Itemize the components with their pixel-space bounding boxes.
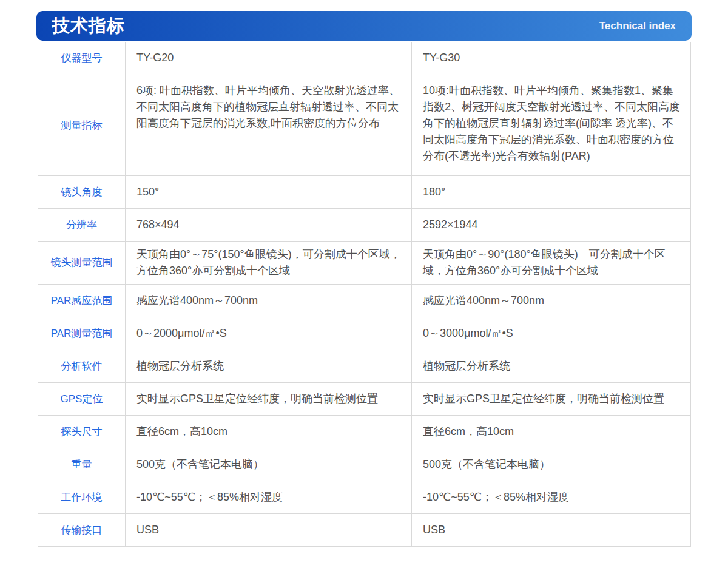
spec-table: 仪器型号 TY-G20 TY-G30 测量指标 6项: 叶面积指数、叶片平均倾角…: [38, 42, 691, 547]
row-label: PAR测量范围: [38, 317, 126, 350]
g20-value: 6项: 叶面积指数、叶片平均倾角、天空散射光透过率、不同太阳高度角下的植物冠层直…: [126, 75, 412, 175]
spec-row-transfer-interface: 传输接口 USB USB: [38, 513, 691, 546]
g20-value: 实时显示GPS卫星定位经纬度，明确当前检测位置: [126, 382, 412, 415]
spec-row-gps-positioning: GPS定位 实时显示GPS卫星定位经纬度，明确当前检测位置 实时显示GPS卫星定…: [38, 382, 691, 415]
g30-value: 180°: [412, 175, 691, 208]
g20-value: 天顶角由0°～75°(150°鱼眼镜头)，可分割成十个区域，方位角360°亦可分…: [126, 241, 412, 284]
page-title: 技术指标: [52, 17, 125, 35]
g30-value: 0～3000μmol/㎡•S: [412, 317, 691, 350]
g30-value: -10℃~55℃；＜85%相对湿度: [412, 481, 691, 513]
row-label: 探头尺寸: [38, 415, 126, 448]
row-label: 传输接口: [38, 513, 126, 546]
section-header-bar: 技术指标 Technical index: [36, 11, 692, 41]
g20-value: 500克（不含笔记本电脑）: [126, 448, 412, 481]
row-label: 分析软件: [38, 350, 126, 382]
row-label: GPS定位: [38, 382, 126, 415]
g30-value: 实时显示GPS卫星定位经纬度，明确当前检测位置: [412, 382, 691, 415]
spec-row-probe-size: 探头尺寸 直径6cm，高10cm 直径6cm，高10cm: [38, 415, 691, 448]
content-wrap: 技术指标 Technical index 仪器型号 TY-G20 TY-G30 …: [36, 11, 692, 571]
spec-row-lens-measurement-range: 镜头测量范围 天顶角由0°～75°(150°鱼眼镜头)，可分割成十个区域，方位角…: [38, 241, 691, 284]
g20-value: TY-G20: [126, 42, 412, 75]
g20-value: 直径6cm，高10cm: [126, 415, 412, 448]
row-label: 测量指标: [38, 75, 126, 175]
spec-row-working-environment: 工作环境 -10℃~55℃；＜85%相对湿度 -10℃~55℃；＜85%相对湿度: [38, 481, 691, 513]
g20-value: 植物冠层分析系统: [126, 350, 412, 382]
g30-value: 10项:叶面积指数、叶片平均倾角、聚集指数1、聚集指数2、树冠开阔度天空散射光透…: [412, 75, 691, 175]
page: { "header": { "title": "技术指标", "subtitle…: [0, 0, 728, 571]
g30-value: 植物冠层分析系统: [412, 350, 691, 382]
g30-value: USB: [412, 513, 691, 546]
g30-value: 感应光谱400nm～700nm: [412, 284, 691, 317]
row-label: 工作环境: [38, 481, 126, 513]
spec-row-analysis-software: 分析软件 植物冠层分析系统 植物冠层分析系统: [38, 350, 691, 382]
row-label: 仪器型号: [38, 42, 126, 75]
spec-row-resolution: 分辨率 768×494 2592×1944: [38, 208, 691, 241]
row-label: PAR感应范围: [38, 284, 126, 317]
spec-row-measurement-indicators: 测量指标 6项: 叶面积指数、叶片平均倾角、天空散射光透过率、不同太阳高度角下的…: [38, 75, 691, 175]
g20-value: -10℃~55℃；＜85%相对湿度: [126, 481, 412, 513]
row-label: 镜头测量范围: [38, 241, 126, 284]
g30-value: 500克（不含笔记本电脑）: [412, 448, 691, 481]
g30-value: 直径6cm，高10cm: [412, 415, 691, 448]
spec-row-weight: 重量 500克（不含笔记本电脑） 500克（不含笔记本电脑）: [38, 448, 691, 481]
spec-row-instrument-model: 仪器型号 TY-G20 TY-G30: [38, 42, 691, 75]
g30-value: TY-G30: [412, 42, 691, 75]
row-label: 镜头角度: [38, 175, 126, 208]
row-label: 分辨率: [38, 208, 126, 241]
spec-row-par-sensing-range: PAR感应范围 感应光谱400nm～700nm 感应光谱400nm～700nm: [38, 284, 691, 317]
row-label: 重量: [38, 448, 126, 481]
spec-row-par-measurement-range: PAR测量范围 0～2000μmol/㎡•S 0～3000μmol/㎡•S: [38, 317, 691, 350]
g20-value: 感应光谱400nm～700nm: [126, 284, 412, 317]
page-subtitle: Technical index: [599, 21, 676, 31]
g20-value: USB: [126, 513, 412, 546]
g20-value: 768×494: [126, 208, 412, 241]
g30-value: 天顶角由0°～90°(180°鱼眼镜头) 可分割成十个区域，方位角360°亦可分…: [412, 241, 691, 284]
g20-value: 0～2000μmol/㎡•S: [126, 317, 412, 350]
g20-value: 150°: [126, 175, 412, 208]
spec-row-lens-angle: 镜头角度 150° 180°: [38, 175, 691, 208]
g30-value: 2592×1944: [412, 208, 691, 241]
